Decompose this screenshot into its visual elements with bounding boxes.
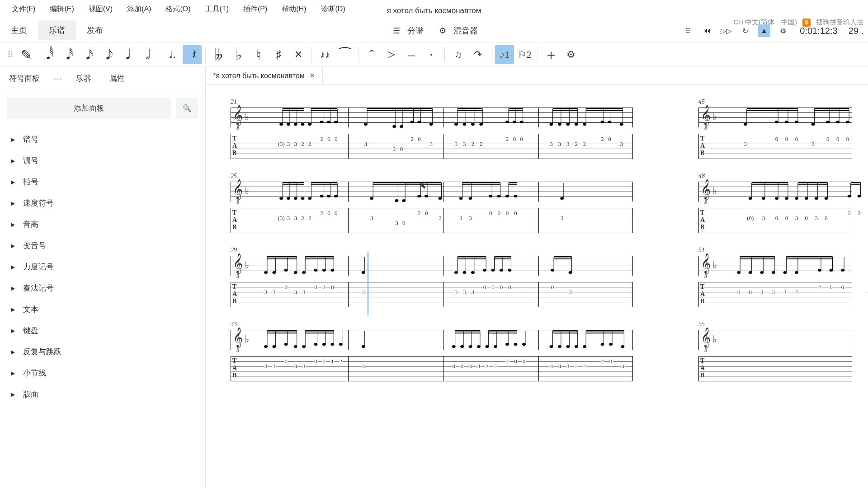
menu-diag[interactable]: 诊断(D): [314, 2, 353, 17]
nav-publish[interactable]: 发布: [76, 20, 114, 40]
tab-fret[interactable]: 1: [330, 358, 335, 365]
palette-item[interactable]: ▶版面: [0, 384, 205, 405]
tab-fret[interactable]: 2: [505, 136, 509, 143]
tab-fret[interactable]: 3: [370, 215, 374, 222]
palette-item[interactable]: ▶小节线: [0, 362, 205, 384]
tab-fret[interactable]: 3: [477, 363, 481, 370]
tab-fret[interactable]: 3: [468, 215, 472, 222]
palette-item[interactable]: ▶奏法记号: [0, 277, 205, 299]
tab-fret[interactable]: 0: [826, 136, 830, 143]
tab-fret[interactable]: 2: [505, 358, 509, 365]
palette-item[interactable]: ▶音高: [0, 214, 205, 235]
menu-format[interactable]: 格式(O): [158, 2, 198, 17]
rewind-icon[interactable]: ⏮: [701, 24, 713, 37]
tablature[interactable]: TAB30003000: [698, 134, 852, 159]
tab-instruments[interactable]: 乐器: [67, 67, 100, 90]
tab-fret[interactable]: 3: [364, 141, 368, 148]
tab-fret[interactable]: 0: [805, 215, 809, 222]
tab-fret[interactable]: 0: [522, 358, 526, 365]
tie-button[interactable]: ♪♪: [316, 45, 335, 64]
note-half[interactable]: 𝅗𝅥: [136, 45, 155, 64]
tab-fret[interactable]: 3: [293, 215, 297, 222]
tab-fret[interactable]: 3: [459, 215, 463, 222]
tab-fret[interactable]: 2: [494, 363, 498, 370]
slur-button[interactable]: ⁀: [335, 45, 354, 64]
tab-fret[interactable]: 2: [600, 358, 604, 365]
tab-fret[interactable]: 0: [508, 284, 512, 291]
tab-fret[interactable]: 0: [460, 363, 464, 370]
tab-fret[interactable]: 0: [505, 210, 509, 217]
voice-2[interactable]: ⚐2: [515, 45, 534, 64]
tab-fret[interactable]: 3: [795, 215, 799, 222]
toolbar-handle-icon[interactable]: ⠿: [4, 50, 16, 60]
tab-fret[interactable]: 3: [471, 289, 475, 296]
palette-item[interactable]: ▶谱号: [0, 129, 205, 150]
double-sharp[interactable]: ✕: [289, 45, 308, 64]
tab-fret[interactable]: 2: [308, 141, 312, 148]
natural[interactable]: ♮: [249, 45, 268, 64]
menu-file[interactable]: 文件(F): [5, 2, 42, 17]
toolbar-settings[interactable]: ⚙: [561, 45, 580, 64]
document-tab[interactable]: *я хотел быть космонавтом ✕: [206, 68, 323, 84]
tab-fret[interactable]: 3: [744, 141, 748, 148]
double-flat[interactable]: 𝄫: [209, 45, 228, 64]
rest-button[interactable]: 𝄽: [183, 45, 202, 64]
palette-item[interactable]: ▶键盘: [0, 320, 205, 341]
flip-stem[interactable]: ↷: [468, 45, 487, 64]
tab-fret[interactable]: 0: [284, 358, 288, 365]
voice-1[interactable]: ♪1: [495, 45, 514, 64]
menu-tools[interactable]: 工具(T): [198, 2, 236, 17]
tab-fret[interactable]: 3: [361, 363, 365, 370]
tab-fret[interactable]: 3: [462, 141, 467, 148]
accent[interactable]: >: [382, 45, 401, 64]
tab-fret[interactable]: 0: [483, 284, 487, 291]
staff[interactable]: 𝄞8♭: [231, 182, 633, 202]
tab-fret[interactable]: (0): [746, 215, 754, 222]
tab-fret[interactable]: 3: [549, 141, 553, 148]
metronome-icon[interactable]: ▲: [758, 24, 770, 37]
tablature[interactable]: TAB: [698, 356, 852, 381]
tab-fret[interactable]: 3: [811, 141, 815, 148]
tab-fret[interactable]: 0: [785, 215, 789, 222]
note-16th[interactable]: 𝅘𝅥𝅯: [76, 45, 95, 64]
note-quarter[interactable]: 𝅘𝅥: [116, 45, 135, 64]
palette-item[interactable]: ▶速度符号: [0, 192, 205, 214]
tab-fret[interactable]: 3: [293, 363, 297, 370]
tab-fret[interactable]: 3: [772, 289, 776, 296]
tab-fret[interactable]: 3: [549, 363, 553, 370]
staff[interactable]: 𝄞8♭: [231, 330, 633, 350]
tab-fret[interactable]: 0: [513, 136, 517, 143]
palette-item[interactable]: ▶拍号: [0, 171, 205, 192]
staff[interactable]: 𝄞8♭: [231, 108, 633, 127]
tab-fret[interactable]: 0: [775, 215, 779, 222]
mixer-label[interactable]: 混音器: [453, 25, 478, 36]
loop-icon[interactable]: ↻: [739, 24, 751, 37]
tab-fret[interactable]: 0: [327, 136, 331, 143]
tab-fret[interactable]: 3: [361, 289, 365, 296]
tab-fret[interactable]: 3: [302, 289, 306, 296]
palette-item[interactable]: ▶变音号: [0, 235, 205, 256]
staccato[interactable]: ·: [422, 45, 441, 64]
tab-fret[interactable]: 3: [462, 289, 467, 296]
tab-fret[interactable]: 0: [841, 284, 845, 291]
tab-fret[interactable]: 3: [762, 215, 766, 222]
tab-fret[interactable]: 0: [514, 358, 518, 365]
tablature[interactable]: TAB(3)33222003203033300003: [231, 208, 633, 233]
tab-fret[interactable]: (3): [278, 215, 285, 222]
mixer-icon[interactable]: ⚙: [436, 24, 449, 37]
tab-fret[interactable]: 2: [795, 289, 799, 296]
tab-fret[interactable]: 2: [471, 141, 475, 148]
tab-fret[interactable]: 0: [284, 284, 288, 291]
tab-fret[interactable]: 3: [392, 145, 396, 153]
tab-fret[interactable]: 3: [814, 215, 818, 222]
tab-fret[interactable]: 2: [485, 363, 489, 370]
tab-fret[interactable]: 3: [454, 141, 458, 148]
tab-fret[interactable]: 2: [339, 358, 343, 365]
nav-score[interactable]: 乐谱: [38, 20, 76, 40]
tab-fret[interactable]: 3: [302, 363, 306, 370]
add-button[interactable]: ＋: [542, 45, 561, 64]
tab-fret[interactable]: 2: [322, 284, 326, 291]
tab-fret[interactable]: 0: [314, 284, 318, 291]
tab-fret[interactable]: 3: [558, 363, 562, 370]
staff[interactable]: 𝄞8♭: [698, 330, 852, 350]
